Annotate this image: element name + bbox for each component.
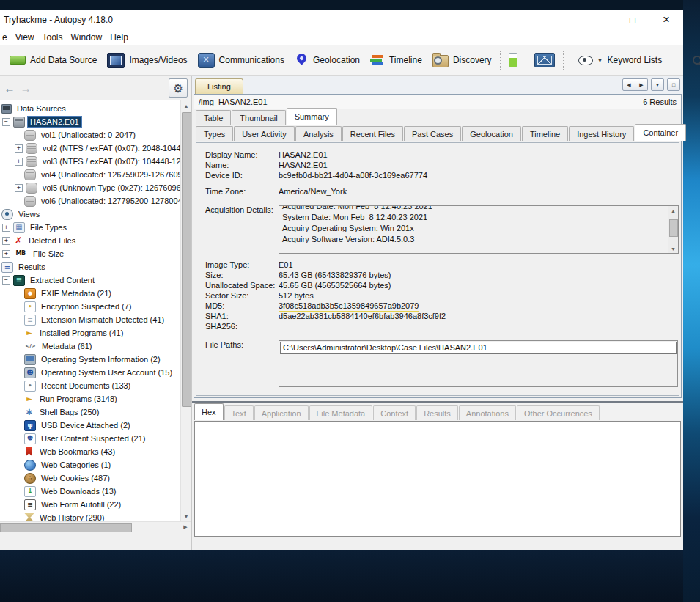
tab-listing[interactable]: Listing — [195, 78, 243, 94]
expander-plus-icon[interactable]: + — [15, 158, 23, 166]
tab-container[interactable]: Container — [635, 124, 686, 141]
tree-vertical-scrollbar[interactable]: ▲ ▼ — [180, 100, 191, 521]
menu-item-window[interactable]: Window — [70, 31, 107, 44]
horizontal-scroll-thumb[interactable] — [0, 523, 132, 532]
directory-tree: Data Sources−HASAN2.E01vol1 (Unallocated… — [0, 100, 180, 521]
expander-minus-icon[interactable]: − — [2, 276, 10, 285]
tree-item-encryption-suspected-7[interactable]: •Encryption Suspected (7) — [0, 300, 180, 313]
vertical-scroll-thumb[interactable] — [182, 112, 191, 407]
tab-analysis[interactable]: Analysis — [295, 126, 342, 141]
expander-plus-icon[interactable]: + — [2, 237, 10, 245]
field-label: Time Zone: — [205, 186, 279, 197]
expander-plus-icon[interactable]: + — [15, 184, 23, 192]
images-videos-button[interactable]: Images/Videos — [102, 51, 192, 70]
timeline-button[interactable]: Timeline — [365, 52, 427, 68]
gear-icon[interactable]: ⚙ — [169, 78, 188, 98]
desktop-wallpaper-bottom — [0, 550, 683, 602]
menu-item-e[interactable]: e — [1, 31, 12, 44]
file-path-item[interactable]: C:\Users\Administrator\Desktop\Case File… — [280, 342, 677, 354]
messages-button[interactable] — [529, 51, 560, 70]
tab-hex[interactable]: Hex — [194, 403, 224, 420]
tab-maximize-button[interactable]: □ — [667, 78, 680, 91]
expander-plus-icon[interactable]: + — [15, 144, 23, 153]
tree-item-usb-device-attached-2[interactable]: ψUSB Device Attached (2) — [0, 419, 180, 432]
tab-geolocation[interactable]: Geolocation — [462, 126, 521, 141]
tab-recent-files[interactable]: Recent Files — [342, 126, 403, 141]
tree-item-run-programs-3148[interactable]: ►Run Programs (3148) — [0, 392, 180, 405]
minimize-button[interactable]: — — [582, 10, 616, 29]
tree-item-web-cookies-487[interactable]: ∴Web Cookies (487) — [0, 471, 180, 485]
tree-item-recent-documents-133[interactable]: •Recent Documents (133) — [0, 379, 180, 392]
tree-item-data-sources[interactable]: Data Sources — [0, 102, 180, 115]
vertical-scroll-thumb[interactable] — [669, 219, 678, 237]
tree-item-operating-system-user-account-15[interactable]: ☻Operating System User Account (15) — [0, 366, 180, 379]
tree-item-file-size[interactable]: +MBFile Size — [0, 247, 180, 260]
tree-item-vol5-unknown-type-0x27-12676096[interactable]: +vol5 (Unknown Type (0x27): 12676096 — [0, 181, 180, 194]
tree-item-web-categories-1[interactable]: Web Categories (1) — [0, 458, 180, 471]
expander-plus-icon[interactable]: + — [2, 250, 10, 258]
tree-item-vol3-ntfs-exfat-0x07-104448-12[interactable]: +vol3 (NTFS / exFAT (0x07): 104448-12 — [0, 155, 180, 168]
tab-user-activity[interactable]: User Activity — [234, 126, 295, 141]
tree-item-operating-system-information-2[interactable]: Operating System Information (2) — [0, 353, 180, 366]
scroll-up-icon[interactable]: ▲ — [668, 206, 678, 215]
acquisition-scrollbar[interactable]: ▲▼ — [668, 206, 678, 253]
tree-item-web-bookmarks-43[interactable]: Web Bookmarks (43) — [0, 445, 180, 458]
tab-table[interactable]: Table — [196, 110, 231, 125]
tab-thumbnail[interactable]: Thumbnail — [232, 110, 285, 125]
scroll-right-icon[interactable]: ▶ — [180, 522, 191, 532]
menu-item-view[interactable]: View — [15, 31, 39, 44]
tree-item-deleted-files[interactable]: +✗Deleted Files — [0, 234, 180, 247]
add-data-source-button[interactable]: Add Data Source — [4, 53, 102, 67]
acquisition-details-box[interactable]: Acquired Date: Mon Feb 8 12:40:23 2021Sy… — [279, 205, 679, 254]
tab-past-cases[interactable]: Past Cases — [404, 126, 461, 141]
tab-scroll-right-button[interactable]: ▶ — [635, 78, 648, 91]
scroll-down-icon[interactable]: ▼ — [668, 244, 678, 253]
tree-item-web-history-290[interactable]: Web History (290) — [0, 511, 180, 521]
tree-item-vol2-ntfs-exfat-0x07-2048-1044[interactable]: +vol2 (NTFS / exFAT (0x07): 2048-1044 — [0, 142, 180, 155]
results-icon: ≡ — [1, 262, 13, 273]
tree-item-metadata-61[interactable]: </>Metadata (61) — [0, 339, 180, 353]
tree-item-results[interactable]: ≡Results — [0, 260, 180, 274]
discovery-button[interactable]: Discovery — [427, 51, 497, 70]
menu-item-help[interactable]: Help — [109, 31, 133, 44]
expander-plus-icon[interactable]: + — [2, 224, 10, 232]
menu-item-tools[interactable]: Tools — [41, 31, 67, 44]
tree-item-exif-metadata-21[interactable]: ●EXIF Metadata (21) — [0, 287, 180, 300]
keyword-lists-button[interactable]: ▼Keyword Lists — [567, 53, 674, 67]
tab-ingest-history[interactable]: Ingest History — [569, 126, 634, 141]
scroll-up-icon[interactable]: ▲ — [181, 100, 191, 111]
acquisition-line: Acquired Date: Mon Feb 8 12:40:23 2021 — [282, 205, 665, 212]
tree-item-shell-bags-250[interactable]: ∗Shell Bags (250) — [0, 405, 180, 419]
ingest-progress-button[interactable] — [504, 51, 523, 70]
maximize-button[interactable]: □ — [616, 10, 649, 29]
tree-item-user-content-suspected-21[interactable]: ☻User Content Suspected (21) — [0, 432, 180, 445]
tab-types[interactable]: Types — [196, 126, 233, 141]
tree-item-vol4-unallocated-126759029-1267609[interactable]: vol4 (Unallocated: 126759029-1267609 — [0, 168, 180, 181]
tab-scroll-left-button[interactable]: ◀ — [622, 78, 635, 91]
tree-item-hasan2-e01[interactable]: −HASAN2.E01 — [0, 115, 180, 128]
tab-summary[interactable]: Summary — [287, 108, 337, 125]
close-button[interactable]: × — [649, 10, 683, 29]
tree-item-vol1-unallocated-0-2047[interactable]: vol1 (Unallocated: 0-2047) — [0, 128, 180, 142]
tree-item-vol6-unallocated-127795200-1278004[interactable]: vol6 (Unallocated: 127795200-1278004 — [0, 194, 180, 208]
tab-timeline[interactable]: Timeline — [522, 126, 568, 141]
tree-horizontal-scrollbar[interactable]: ▶ — [0, 521, 191, 532]
tree-item-installed-programs-41[interactable]: ►Installed Programs (41) — [0, 326, 180, 339]
tree-item-views[interactable]: Views — [0, 208, 180, 221]
geolocation-button[interactable]: Geolocation — [290, 51, 365, 69]
back-button[interactable]: ← — [1, 80, 18, 96]
expander-minus-icon[interactable]: − — [2, 118, 10, 126]
communications-button[interactable]: Communications — [193, 51, 290, 70]
tree-item-extracted-content[interactable]: −≡Extracted Content — [0, 274, 180, 287]
tree-item-extension-mismatch-detected-41[interactable]: ≡Extension Mismatch Detected (41) — [0, 313, 180, 326]
tree-item-file-types[interactable]: +▦File Types — [0, 221, 180, 234]
forward-button[interactable]: → — [18, 80, 34, 96]
tab-list-dropdown-button[interactable]: ▼ — [651, 78, 664, 91]
scroll-down-icon[interactable]: ▼ — [181, 511, 191, 521]
tree-item-web-form-autofill-22[interactable]: ≡Web Form Autofill (22) — [0, 498, 180, 511]
tree-item-web-downloads-13[interactable]: ↓Web Downloads (13) — [0, 485, 180, 498]
volume-icon — [24, 196, 36, 207]
tree-item-label: HASAN2.E01 — [28, 117, 81, 127]
keyword-search-button[interactable]: Keyword Search — [680, 53, 700, 68]
file-paths-box[interactable]: C:\Users\Administrator\Desktop\Case File… — [279, 340, 678, 387]
